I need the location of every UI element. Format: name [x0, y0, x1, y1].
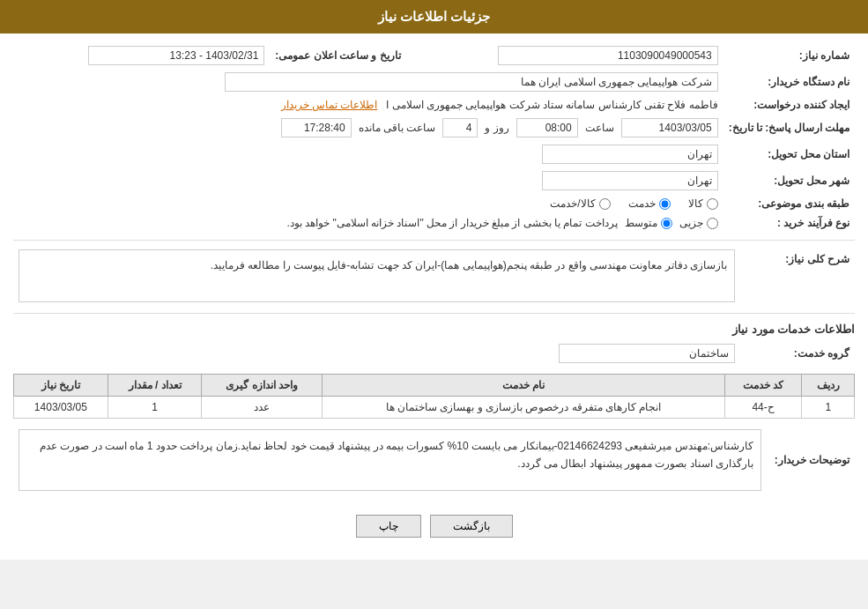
deadline-time: 08:00	[516, 118, 578, 137]
purchaseType-jozei-label: جزیی	[679, 217, 703, 229]
serviceGroup-value: ساختمان	[13, 340, 740, 367]
days-label: روز و	[485, 122, 508, 134]
category-label: طبقه بندی موضوعی:	[723, 194, 855, 213]
main-content: شماره نیاز: 1103090049000543 تاریخ و ساع…	[0, 33, 868, 560]
purchaseType-motavaset[interactable]: متوسط	[625, 217, 672, 229]
remaining-label: ساعت باقی مانده	[359, 122, 436, 134]
category-kala-label: کالا	[688, 197, 703, 210]
separator-2	[13, 313, 855, 314]
purchaseType-jozei-radio[interactable]	[707, 218, 718, 229]
table-row: 1 ح-44 انجام کارهای متفرقه درخصوص بازساز…	[14, 397, 855, 419]
serviceGroup-label: گروه خدمت:	[740, 340, 855, 367]
purchaseType-value: جزیی متوسط پرداخت تمام یا بخشی از مبلغ خ…	[13, 213, 723, 233]
desc-table: شرح کلی نیاز: بازسازی دفاتر معاونت مهندس…	[13, 246, 855, 306]
header-title: جزئیات اطلاعات نیاز	[378, 9, 490, 24]
deadline-date: 1403/03/05	[621, 118, 718, 137]
category-options: کالا خدمت کالا/خدمت	[13, 194, 723, 213]
button-row: بازگشت چاپ	[13, 501, 855, 551]
purchaseType-motavaset-radio[interactable]	[661, 218, 672, 229]
needDesc-label: شرح کلی نیاز:	[740, 246, 855, 306]
serviceGroup-input: ساختمان	[559, 344, 735, 363]
buyerOrg-input: شرکت هواپیمایی جمهوری اسلامی ایران هما	[225, 72, 718, 92]
col-qty: تعداد / مقدار	[108, 375, 202, 397]
purchaseType-label: نوع فرآیند خرید :	[723, 213, 855, 233]
col-date: تاریخ نیاز	[14, 375, 108, 397]
category-radio-group: کالا خدمت کالا/خدمت	[19, 197, 718, 210]
time-label: ساعت	[585, 122, 614, 134]
deliveryCity-input: تهران	[542, 171, 718, 190]
serviceInfo-title: اطلاعات خدمات مورد نیاز	[13, 323, 855, 336]
col-code: کد خدمت	[724, 375, 802, 397]
responseDeadline-label: مهلت ارسال پاسخ: تا تاریخ:	[723, 115, 855, 141]
page-container: جزئیات اطلاعات نیاز شماره نیاز: 11030900…	[0, 0, 868, 560]
deliveryProvince-value: تهران	[13, 141, 723, 167]
category-khedmat-label: خدمت	[628, 197, 656, 210]
cell-date: 1403/03/05	[14, 397, 108, 419]
deliveryCity-label: شهر محل تحویل:	[723, 167, 855, 194]
separator-1	[13, 240, 855, 241]
cell-qty: 1	[108, 397, 202, 419]
col-unit: واحد اندازه گیری	[202, 375, 323, 397]
purchaseType-jozei[interactable]: جزیی	[679, 217, 718, 229]
deliveryProvince-input: تهران	[542, 145, 718, 164]
deliveryProvince-label: استان محل تحویل:	[723, 141, 855, 167]
category-khedmat[interactable]: خدمت	[628, 197, 671, 210]
needNumber-label: شماره نیاز:	[723, 42, 855, 69]
deliveryCity-value: تهران	[13, 167, 723, 194]
buyerNotes-value: کارشناس:مهندس میرشفیعی 02146624293-بیمان…	[13, 426, 767, 494]
days-value: 4	[442, 118, 478, 137]
buyerOrg-label: نام دستگاه خریدار:	[723, 69, 855, 95]
buyerNotes-label: توضیحات خریدار:	[767, 426, 855, 494]
category-khedmat-radio[interactable]	[659, 198, 671, 210]
cell-unit: عدد	[202, 397, 323, 419]
creator-value: فاطمه فلاح تقنی کارشناس سامانه ستاد شرکت…	[13, 95, 723, 115]
buyerOrg-value: شرکت هواپیمایی جمهوری اسلامی ایران هما	[13, 69, 723, 95]
category-kalakhedmat-radio[interactable]	[599, 198, 611, 210]
cell-name: انجام کارهای متفرقه درخصوص بازسازی و بهس…	[323, 397, 725, 419]
buyerNotes-table: توضیحات خریدار: کارشناس:مهندس میرشفیعی 0…	[13, 426, 855, 494]
needNumber-value: 1103090049000543	[406, 42, 723, 69]
creator-label: ایجاد کننده درخواست:	[723, 95, 855, 115]
announcement-datetime-input: 1403/02/31 - 13:23	[88, 46, 264, 65]
needDesc-box: بازسازی دفاتر معاونت مهندسی واقع در طبقه…	[19, 249, 735, 302]
col-name: نام خدمت	[323, 375, 725, 397]
announcement-datetime-label: تاریخ و ساعت اعلان عمومی:	[270, 42, 405, 69]
category-kala-khedmat[interactable]: کالا/خدمت	[550, 197, 610, 210]
needDesc-value: بازسازی دفاتر معاونت مهندسی واقع در طبقه…	[13, 246, 740, 306]
creator-text: فاطمه فلاح تقنی کارشناس سامانه ستاد شرکت…	[386, 99, 717, 111]
purchaseType-note: پرداخت تمام یا بخشی از مبلغ خریدار از مح…	[286, 217, 617, 229]
remaining-value: 17:28:40	[281, 118, 352, 137]
deadline-row: 1403/03/05 ساعت 08:00 روز و 4 ساعت باقی …	[19, 118, 718, 137]
service-table: ردیف کد خدمت نام خدمت واحد اندازه گیری ت…	[13, 374, 855, 419]
announcement-datetime-value: 1403/02/31 - 13:23	[13, 42, 270, 69]
category-kala[interactable]: کالا	[688, 197, 718, 210]
back-button[interactable]: بازگشت	[430, 515, 513, 538]
category-kala-radio[interactable]	[707, 198, 718, 210]
col-row: ردیف	[802, 375, 855, 397]
category-kalakhedmat-label: کالا/خدمت	[550, 197, 595, 210]
creator-contact-link[interactable]: اطلاعات تماس خریدار	[281, 99, 378, 111]
serviceGroup-table: گروه خدمت: ساختمان	[13, 340, 855, 367]
cell-code: ح-44	[724, 397, 802, 419]
needNumber-input: 1103090049000543	[498, 46, 718, 65]
page-header: جزئیات اطلاعات نیاز	[0, 0, 868, 33]
buyerNotes-box: کارشناس:مهندس میرشفیعی 02146624293-بیمان…	[19, 429, 761, 491]
print-button[interactable]: چاپ	[356, 515, 421, 538]
responseDeadline-value: 1403/03/05 ساعت 08:00 روز و 4 ساعت باقی …	[13, 115, 723, 141]
info-table: شماره نیاز: 1103090049000543 تاریخ و ساع…	[13, 42, 855, 233]
purchaseType-row: جزیی متوسط پرداخت تمام یا بخشی از مبلغ خ…	[19, 217, 718, 229]
purchaseType-motavaset-label: متوسط	[625, 217, 657, 229]
cell-row: 1	[802, 397, 855, 419]
